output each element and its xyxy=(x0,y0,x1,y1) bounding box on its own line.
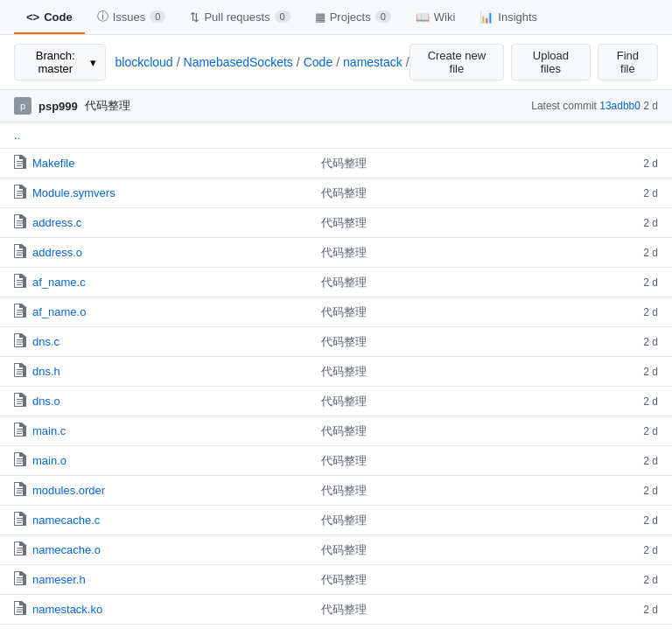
commit-username[interactable]: psp999 xyxy=(38,100,78,113)
breadcrumb-namebasedsockets[interactable]: NamebasedSockets xyxy=(184,55,293,69)
create-new-file-button[interactable]: Create new file xyxy=(410,44,504,80)
tab-issues-label: Issues xyxy=(113,10,146,24)
file-name-cell[interactable]: main.c xyxy=(0,416,122,445)
file-table: .. Makefile 代码整理 2 d xyxy=(0,122,672,629)
svg-rect-5 xyxy=(17,191,24,192)
file-time-cell: 2 d xyxy=(576,565,672,595)
breadcrumb: blockcloud / NamebasedSockets / Code / n… xyxy=(115,55,409,69)
branch-selector[interactable]: Branch: master ▾ xyxy=(14,44,106,80)
breadcrumb-blockcloud[interactable]: blockcloud xyxy=(115,55,172,69)
breadcrumb-sep-2: / xyxy=(297,55,300,69)
file-link[interactable]: namecache.o xyxy=(32,543,101,556)
svg-rect-30 xyxy=(17,431,24,432)
file-link[interactable]: af_name.o xyxy=(32,305,86,318)
file-icon xyxy=(14,571,26,588)
file-message-cell: 代码整理 xyxy=(307,297,576,327)
table-row: namecache.c 代码整理 2 d xyxy=(0,506,672,535)
table-row: Makefile 代码整理 2 d xyxy=(0,149,672,178)
file-link[interactable]: Makefile xyxy=(32,157,74,170)
commit-hash[interactable]: 13adbb0 xyxy=(599,100,640,112)
file-icon xyxy=(14,274,26,290)
tab-issues[interactable]: ⓘ Issues 0 xyxy=(85,0,178,35)
file-link[interactable]: address.c xyxy=(32,216,81,229)
toolbar-left: Branch: master ▾ blockcloud / NamebasedS… xyxy=(14,44,410,80)
svg-rect-42 xyxy=(17,550,24,551)
find-file-button[interactable]: Find file xyxy=(598,44,658,80)
tab-code[interactable]: <> Code xyxy=(14,2,85,34)
svg-rect-21 xyxy=(17,342,24,343)
table-row: address.c 代码整理 2 d xyxy=(0,208,672,238)
file-icon xyxy=(14,512,26,528)
parent-dir-link[interactable]: .. xyxy=(0,122,672,149)
file-time-cell: 2 d xyxy=(576,535,672,565)
file-message-cell: 代码整理 xyxy=(307,387,576,416)
file-name-cell[interactable]: dns.o xyxy=(0,387,122,416)
tab-wiki[interactable]: 📖 Wiki xyxy=(403,2,468,34)
file-link[interactable]: nameser.h xyxy=(32,573,86,586)
svg-rect-35 xyxy=(17,488,24,489)
file-name-cell[interactable]: dns.c xyxy=(0,327,122,356)
file-name-cell[interactable]: nameser.h xyxy=(0,565,122,594)
pull-requests-icon: ⇅ xyxy=(190,10,200,24)
file-link[interactable]: dns.c xyxy=(32,335,60,348)
svg-rect-28 xyxy=(17,403,22,404)
file-link[interactable]: dns.h xyxy=(32,365,60,378)
svg-rect-46 xyxy=(17,582,22,583)
file-link[interactable]: modules.order xyxy=(32,484,105,497)
breadcrumb-code[interactable]: Code xyxy=(304,55,332,69)
svg-rect-34 xyxy=(17,463,22,464)
file-link[interactable]: namestack.ko xyxy=(32,603,102,616)
file-name-cell[interactable]: namecache.o xyxy=(0,535,122,564)
table-row: dns.o 代码整理 2 d xyxy=(0,387,672,416)
branch-label: Branch: master xyxy=(24,49,87,75)
commit-message: 代码整理 xyxy=(85,98,130,114)
file-name-cell[interactable]: dns.h xyxy=(0,357,122,386)
file-link[interactable]: namecache.c xyxy=(32,514,100,527)
file-time-cell: 2 d xyxy=(576,268,672,297)
svg-rect-38 xyxy=(17,518,24,519)
upload-files-button[interactable]: Upload files xyxy=(511,44,591,80)
tab-projects[interactable]: ▦ Projects 0 xyxy=(303,2,403,34)
breadcrumb-namestack[interactable]: namestack xyxy=(343,55,402,69)
file-name-cell[interactable]: Module.symvers xyxy=(0,178,122,207)
file-name-cell[interactable]: namestack.ko xyxy=(0,595,122,624)
file-link[interactable]: main.c xyxy=(32,424,66,437)
top-nav: <> Code ⓘ Issues 0 ⇅ Pull requests 0 ▦ P… xyxy=(0,0,672,35)
file-time-cell: 2 d xyxy=(576,416,672,446)
wiki-icon: 📖 xyxy=(416,10,430,24)
issues-icon: ⓘ xyxy=(97,9,108,24)
file-name-cell[interactable]: af_name.c xyxy=(0,268,122,297)
tab-pull-requests[interactable]: ⇅ Pull requests 0 xyxy=(178,2,302,34)
file-time-cell: 2 d xyxy=(576,387,672,416)
svg-rect-37 xyxy=(17,493,22,493)
file-link[interactable]: main.o xyxy=(32,454,66,467)
svg-rect-25 xyxy=(17,374,22,374)
file-time-cell: 2 d xyxy=(576,506,672,535)
file-icon xyxy=(14,393,26,409)
svg-rect-26 xyxy=(17,399,24,400)
table-row: main.o 代码整理 2 d xyxy=(0,446,672,476)
file-name-cell[interactable]: af_name.o xyxy=(0,297,122,326)
svg-rect-22 xyxy=(17,344,22,345)
file-time-cell: 2 d xyxy=(576,238,672,268)
file-message-cell: 代码整理 xyxy=(307,357,576,387)
file-name-cell[interactable]: main.o xyxy=(0,446,122,475)
file-name-cell[interactable]: Makefile xyxy=(0,149,122,178)
file-link[interactable]: dns.o xyxy=(32,395,60,408)
file-name-cell[interactable]: modules.order xyxy=(0,476,122,505)
file-message-cell: 代码整理 xyxy=(307,625,576,630)
svg-rect-32 xyxy=(17,458,24,459)
file-link[interactable]: Module.symvers xyxy=(32,186,116,199)
file-icon xyxy=(14,214,26,231)
file-link[interactable]: address.o xyxy=(32,246,82,259)
file-name-cell[interactable]: namestack.mod.c xyxy=(0,625,122,629)
file-link[interactable]: af_name.c xyxy=(32,276,86,289)
file-name-cell[interactable]: namecache.c xyxy=(0,506,122,535)
file-icon xyxy=(14,542,26,558)
file-message-cell: 代码整理 xyxy=(307,149,576,178)
tab-insights[interactable]: 📊 Insights xyxy=(467,2,550,34)
file-message-cell: 代码整理 xyxy=(307,268,576,297)
file-name-cell[interactable]: address.c xyxy=(0,208,122,237)
file-icon xyxy=(14,155,26,171)
file-name-cell[interactable]: address.o xyxy=(0,238,122,267)
